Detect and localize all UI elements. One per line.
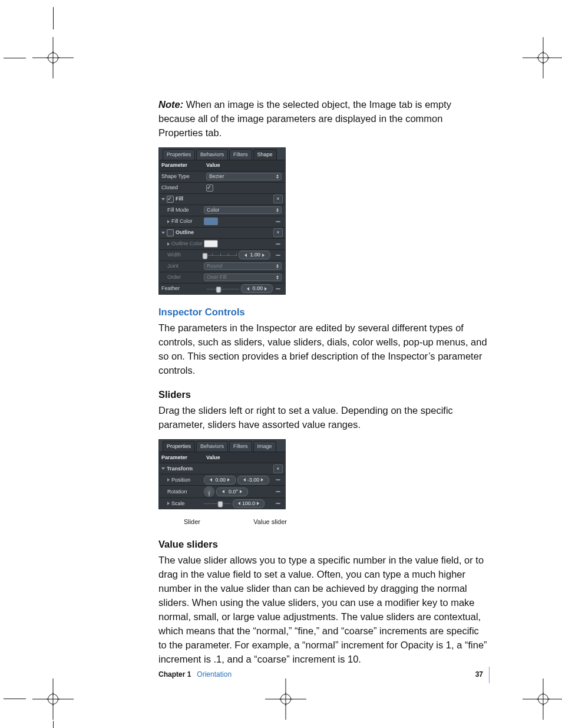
param-menu-icon[interactable] <box>275 243 282 245</box>
crop-mark <box>53 721 54 728</box>
chevron-right-icon <box>227 478 230 482</box>
tab-filters[interactable]: Filters <box>229 149 252 160</box>
footer-chapter-name: Orientation <box>197 670 232 680</box>
width-value-slider[interactable]: 1.00 <box>239 251 270 259</box>
body-value-sliders: The value slider allows you to type a sp… <box>158 554 490 666</box>
chevron-right-icon <box>240 490 242 493</box>
rotation-value-slider[interactable]: 0.0° <box>216 487 248 496</box>
outline-color-well[interactable] <box>204 240 218 248</box>
feather-value-slider[interactable]: 0.00 <box>241 284 273 293</box>
tab-bar: Properties Behaviors Filters Image <box>159 440 285 452</box>
heading-inspector-controls: Inspector Controls <box>158 305 490 319</box>
disclosure-right-icon <box>167 242 170 246</box>
caption-value-slider: Value slider <box>224 518 287 527</box>
col-header-value: Value <box>206 162 283 169</box>
order-value: Over Fill <box>207 274 227 281</box>
chevron-right-icon <box>265 287 267 291</box>
scale-value: 100.0 <box>242 500 256 508</box>
shape-type-dropdown[interactable]: Bezier <box>206 173 282 180</box>
col-header-parameter: Parameter <box>159 162 206 169</box>
position-y-value: -3.00 <box>247 476 260 484</box>
disclosure-down-icon <box>161 198 165 200</box>
feather-value: 0.00 <box>251 285 263 292</box>
chevron-left-icon <box>222 490 224 493</box>
reset-button[interactable]: × <box>273 228 283 237</box>
disclosure-right-icon <box>167 478 170 482</box>
tab-behaviors[interactable]: Behaviors <box>196 149 228 160</box>
caption-slider: Slider <box>161 518 224 527</box>
param-menu-icon[interactable] <box>275 503 282 505</box>
outline-checkbox[interactable] <box>167 229 174 236</box>
registration-mark <box>32 37 74 78</box>
param-menu-icon[interactable] <box>275 288 282 289</box>
param-outline-group[interactable]: Outline <box>159 229 206 236</box>
chevron-right-icon <box>257 502 259 505</box>
tab-properties[interactable]: Properties <box>163 149 195 160</box>
param-position[interactable]: Position <box>159 476 204 484</box>
body-sliders: Drag the sliders left or right to set a … <box>158 404 490 432</box>
registration-mark <box>265 678 306 720</box>
param-transform-label: Transform <box>167 465 193 473</box>
chevron-left-icon <box>243 478 246 482</box>
param-outline-color-label: Outline Color <box>171 240 203 248</box>
rotation-value: 0.0° <box>226 488 238 496</box>
param-menu-icon[interactable] <box>275 479 282 481</box>
note-paragraph: Note: When an image is the selected obje… <box>158 98 490 140</box>
param-feather: Feather <box>159 285 206 292</box>
fill-checkbox[interactable] <box>167 196 174 203</box>
param-fill-label: Fill <box>176 195 183 203</box>
chevron-left-icon <box>247 287 249 291</box>
param-shape-type: Shape Type <box>159 173 206 180</box>
param-fill-color[interactable]: Fill Color <box>159 218 204 225</box>
fill-mode-dropdown[interactable]: Color <box>204 206 282 214</box>
position-x-value-slider[interactable]: 0.00 <box>204 476 236 485</box>
tab-shape[interactable]: Shape <box>253 149 277 160</box>
param-position-label: Position <box>171 476 190 484</box>
footer-page-number: 37 <box>475 670 483 680</box>
reset-button[interactable]: × <box>273 195 283 203</box>
tab-behaviors[interactable]: Behaviors <box>196 441 228 452</box>
param-menu-icon[interactable] <box>275 491 282 493</box>
fill-color-well[interactable] <box>204 218 218 225</box>
fill-mode-value: Color <box>207 206 220 214</box>
heading-sliders: Sliders <box>158 388 490 402</box>
chevron-right-icon <box>262 253 265 257</box>
registration-mark <box>523 37 562 78</box>
param-transform-group[interactable]: Transform <box>159 465 206 473</box>
chevron-left-icon <box>244 253 247 257</box>
position-x-value: 0.00 <box>214 476 226 484</box>
crop-mark <box>4 699 26 699</box>
param-fill-mode: Fill Mode <box>159 206 204 214</box>
tab-filters[interactable]: Filters <box>229 441 252 452</box>
param-fill-color-label: Fill Color <box>171 218 193 225</box>
registration-mark <box>523 678 562 720</box>
param-fill-group[interactable]: Fill <box>159 195 206 203</box>
closed-checkbox[interactable] <box>206 185 213 192</box>
note-text: When an image is the selected object, th… <box>158 99 451 138</box>
feather-slider[interactable] <box>206 287 239 291</box>
page-footer: Chapter 1 Orientation 37 <box>158 667 490 683</box>
disclosure-right-icon <box>167 220 170 223</box>
crop-mark <box>53 7 54 29</box>
col-header-parameter: Parameter <box>159 454 206 462</box>
tab-image[interactable]: Image <box>253 441 276 452</box>
position-y-value-slider[interactable]: -3.00 <box>237 476 269 485</box>
param-scale[interactable]: Scale <box>159 500 204 508</box>
chevron-right-icon <box>261 478 263 482</box>
disclosure-down-icon <box>161 467 165 470</box>
heading-value-sliders: Value sliders <box>158 538 490 552</box>
param-menu-icon[interactable] <box>275 220 282 222</box>
param-joint: Joint <box>159 262 204 270</box>
footer-chapter-label: Chapter 1 <box>158 670 191 680</box>
order-dropdown[interactable]: Over Fill <box>204 274 282 281</box>
joint-value: Round <box>207 262 223 270</box>
param-outline-color[interactable]: Outline Color <box>159 240 204 248</box>
param-menu-icon[interactable] <box>275 254 282 256</box>
rotation-dial[interactable] <box>204 486 214 497</box>
reset-button[interactable]: × <box>273 465 283 473</box>
tab-properties[interactable]: Properties <box>163 441 195 452</box>
scale-value-slider[interactable]: 100.0 <box>233 499 265 508</box>
width-slider[interactable] <box>204 253 237 257</box>
joint-dropdown[interactable]: Round <box>204 262 282 270</box>
scale-slider[interactable] <box>204 502 231 505</box>
